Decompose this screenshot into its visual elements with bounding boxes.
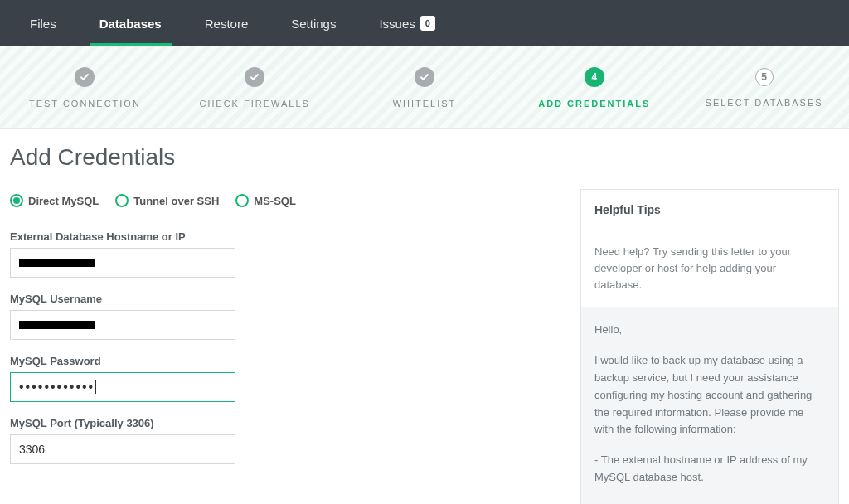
field-label: MySQL Password xyxy=(10,355,565,367)
step-label: CHECK FIREWALLS xyxy=(199,99,310,109)
field-password: MySQL Password •••••••••••• xyxy=(10,355,565,402)
nav-settings[interactable]: Settings xyxy=(269,0,357,46)
field-username: MySQL Username xyxy=(10,293,565,340)
redacted-value xyxy=(19,259,95,267)
radio-dot-icon xyxy=(10,194,23,207)
nav-label: Databases xyxy=(99,17,162,31)
nav-issues[interactable]: Issues 0 xyxy=(357,0,456,46)
radio-label: MS-SQL xyxy=(254,195,296,207)
letter-body: I would like to back up my database usin… xyxy=(594,352,825,439)
issues-count-badge: 0 xyxy=(420,16,435,31)
text-caret-icon xyxy=(95,380,96,394)
nav-files[interactable]: Files xyxy=(8,0,78,46)
connection-type-radios: Direct MySQL Tunnel over SSH MS-SQL xyxy=(10,194,565,207)
radio-label: Direct MySQL xyxy=(28,195,99,207)
step-number-badge: 5 xyxy=(755,68,774,86)
nav-label: Files xyxy=(30,17,56,31)
nav-databases[interactable]: Databases xyxy=(78,0,183,46)
radio-mssql[interactable]: MS-SQL xyxy=(235,194,296,207)
helpful-tips-panel: Helpful Tips Need help? Try sending this… xyxy=(580,189,839,504)
username-input[interactable] xyxy=(10,310,235,340)
nav-label: Settings xyxy=(291,17,336,31)
radio-label: Tunnel over SSH xyxy=(133,195,219,207)
letter-bullet: - The external hostname or IP address of… xyxy=(594,452,825,487)
top-nav: Files Databases Restore Settings Issues … xyxy=(0,0,849,46)
step-label: TEST CONNECTION xyxy=(29,99,141,109)
password-input[interactable]: •••••••••••• xyxy=(10,372,235,402)
field-label: MySQL Port (Typically 3306) xyxy=(10,417,565,429)
radio-tunnel-ssh[interactable]: Tunnel over SSH xyxy=(115,194,219,207)
letter-greeting: Hello, xyxy=(594,322,825,339)
port-input[interactable] xyxy=(10,434,235,464)
hostname-input[interactable] xyxy=(10,248,235,278)
nav-label: Restore xyxy=(205,17,249,31)
step-label: WHITELIST xyxy=(393,99,457,109)
tips-letter: Hello, I would like to back up my databa… xyxy=(581,307,838,504)
radio-dot-icon xyxy=(235,194,249,207)
radio-direct-mysql[interactable]: Direct MySQL xyxy=(10,194,99,207)
check-icon xyxy=(75,67,95,87)
step-test-connection[interactable]: TEST CONNECTION xyxy=(0,46,170,128)
page-title: Add Credentials xyxy=(10,144,565,171)
nav-restore[interactable]: Restore xyxy=(183,0,270,46)
step-number-badge: 4 xyxy=(585,67,604,87)
main-content: Add Credentials Direct MySQL Tunnel over… xyxy=(0,129,849,504)
wizard-stepper: TEST CONNECTION CHECK FIREWALLS WHITELIS… xyxy=(0,46,849,129)
field-label: External Database Hostname or IP xyxy=(10,230,565,243)
field-hostname: External Database Hostname or IP xyxy=(10,230,565,278)
form-column: Add Credentials Direct MySQL Tunnel over… xyxy=(10,144,565,504)
check-icon xyxy=(245,67,264,87)
step-label: ADD CREDENTIALS xyxy=(538,99,650,109)
field-port: MySQL Port (Typically 3306) xyxy=(10,417,565,464)
step-whitelist[interactable]: WHITELIST xyxy=(340,46,510,128)
step-check-firewalls[interactable]: CHECK FIREWALLS xyxy=(170,46,340,128)
radio-dot-icon xyxy=(115,194,129,207)
step-label: SELECT DATABASES xyxy=(706,98,823,108)
step-select-databases[interactable]: 5 SELECT DATABASES xyxy=(679,46,849,128)
check-icon xyxy=(415,67,434,87)
redacted-value xyxy=(19,321,95,329)
tips-header: Helpful Tips xyxy=(581,190,838,230)
step-add-credentials[interactable]: 4 ADD CREDENTIALS xyxy=(509,46,679,128)
tips-intro: Need help? Try sending this letter to yo… xyxy=(581,230,838,307)
nav-label: Issues xyxy=(379,17,415,31)
letter-bullet: - The port required for direct access to… xyxy=(594,500,825,504)
field-label: MySQL Username xyxy=(10,293,565,305)
password-masked-value: •••••••••••• xyxy=(19,380,95,395)
